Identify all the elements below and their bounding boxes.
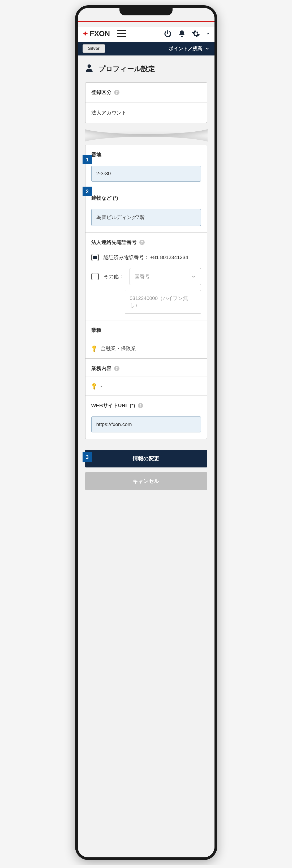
content-gap (85, 126, 207, 145)
page-title-row: プロフィール設定 (78, 56, 215, 82)
balance-bar: Silver ポイント／残高 (78, 42, 215, 56)
building-label-section: 建物など (*) (86, 188, 207, 202)
svg-rect-1 (117, 33, 126, 34)
registration-card: 登録区分 ? 法人アカウント (85, 82, 207, 123)
industry-value-row: 🔑 金融業・保険業 (91, 345, 201, 352)
street-label: 番地 (91, 151, 201, 158)
verified-phone-label: 認証済み電話番号： (103, 254, 149, 260)
industry-label: 業種 (91, 327, 201, 334)
svg-rect-0 (117, 30, 126, 31)
registration-label: 登録区分 (91, 89, 111, 96)
verified-phone-row: 認証済み電話番号： +81 8012341234 (91, 254, 201, 261)
country-code-select[interactable]: 国番号 (130, 268, 201, 285)
street-input[interactable]: 2-3-30 (91, 166, 201, 182)
svg-rect-2 (117, 36, 126, 37)
top-bar-left: ✦ FXON (83, 29, 126, 38)
website-label: WEBサイトURL (*) (91, 402, 135, 409)
website-label-row: WEBサイトURL (*) ? (91, 402, 201, 409)
other-phone-row: その他： 国番号 (91, 268, 201, 285)
logo: ✦ FXON (83, 29, 110, 38)
balance-label: ポイント／残高 (169, 45, 202, 52)
business-value-row: 🔑 - (91, 383, 201, 389)
verified-phone-value: +81 8012341234 (150, 254, 188, 260)
help-icon[interactable]: ? (114, 366, 120, 371)
power-icon[interactable] (164, 29, 172, 38)
bell-icon[interactable] (178, 30, 186, 38)
logo-text: FXON (90, 29, 110, 38)
help-icon[interactable]: ? (139, 240, 145, 245)
business-value-section: 🔑 - (86, 376, 207, 396)
buttons-area: 3 情報の変更 キャンセル (85, 450, 207, 490)
industry-value: 金融業・保険業 (101, 346, 136, 351)
other-phone-label: その他： (103, 273, 125, 280)
registration-value: 法人アカウント (91, 109, 201, 116)
step-badge-2: 2 (83, 187, 92, 196)
balance-toggle[interactable]: ポイント／残高 (169, 45, 210, 52)
industry-value-section: 🔑 金融業・保険業 (86, 338, 207, 359)
street-input-section: 2-3-30 (86, 158, 207, 188)
street-label-section: 番地 (86, 145, 207, 158)
website-input-section: https://fxon.com (86, 409, 207, 439)
verified-phone-text: 認証済み電話番号： +81 8012341234 (103, 254, 188, 261)
registration-value-section: 法人アカウント (86, 102, 207, 123)
cancel-button[interactable]: キャンセル (85, 472, 207, 490)
other-phone-checkbox[interactable] (91, 273, 99, 280)
submit-button[interactable]: 情報の変更 (85, 450, 207, 467)
registration-label-section: 登録区分 ? (86, 83, 207, 102)
other-phone-block: その他： 国番号 0312340000（ハイフン無し） (91, 268, 201, 314)
building-input-section: 為替ビルディング7階 (86, 202, 207, 232)
step-badge-3: 3 (83, 452, 92, 462)
top-bar: ✦ FXON (78, 27, 215, 42)
logo-mark-icon: ✦ (83, 30, 88, 37)
accent-bar (78, 21, 215, 22)
lock-icon: 🔑 (90, 382, 98, 390)
phone-body-section: 認証済み電話番号： +81 8012341234 その他： 国番号 (86, 246, 207, 320)
page-title: プロフィール設定 (98, 64, 155, 73)
verified-phone-checkbox[interactable] (91, 254, 99, 261)
step-badge-1: 1 (83, 155, 92, 164)
lock-icon: 🔑 (90, 344, 98, 352)
business-label-section: 業務内容 ? (86, 359, 207, 376)
other-phone-input[interactable]: 0312340000（ハイフン無し） (125, 290, 201, 314)
help-icon[interactable]: ? (138, 403, 143, 408)
svg-point-3 (87, 64, 91, 68)
registration-label-row: 登録区分 ? (91, 89, 201, 96)
building-label: 建物など (*) (91, 194, 201, 202)
phone-frame: ✦ FXON (75, 5, 217, 860)
menu-icon[interactable] (117, 30, 126, 37)
website-input[interactable]: https://fxon.com (91, 416, 201, 432)
phone-label-row: 法人連絡先電話番号 ? (91, 239, 201, 246)
phone-notch (120, 8, 172, 16)
business-value: - (101, 383, 102, 389)
form-card: 番地 2-3-30 建物など (*) 為替ビルディング7階 法人連絡先電話番号 … (85, 145, 207, 439)
help-icon[interactable]: ? (114, 90, 120, 95)
top-bar-right (164, 29, 210, 38)
business-label-row: 業務内容 ? (91, 365, 201, 372)
chevron-down-icon[interactable] (206, 32, 210, 36)
screen: ✦ FXON (78, 8, 215, 857)
phone-label-section: 法人連絡先電話番号 ? (86, 232, 207, 246)
building-input[interactable]: 為替ビルディング7階 (91, 209, 201, 226)
content: 登録区分 ? 法人アカウント 1 2 番地 2-3-30 (78, 82, 215, 501)
website-label-section: WEBサイトURL (*) ? (86, 396, 207, 409)
gear-icon[interactable] (192, 29, 200, 38)
chevron-down-icon (205, 46, 210, 51)
other-phone-placeholder: 0312340000（ハイフン無し） (130, 295, 196, 309)
tier-badge: Silver (83, 44, 105, 53)
phone-label: 法人連絡先電話番号 (91, 239, 137, 246)
business-label: 業務内容 (91, 365, 111, 372)
country-code-placeholder: 国番号 (135, 273, 150, 280)
user-icon (85, 63, 94, 74)
chevron-down-icon (191, 274, 196, 279)
industry-label-section: 業種 (86, 320, 207, 338)
